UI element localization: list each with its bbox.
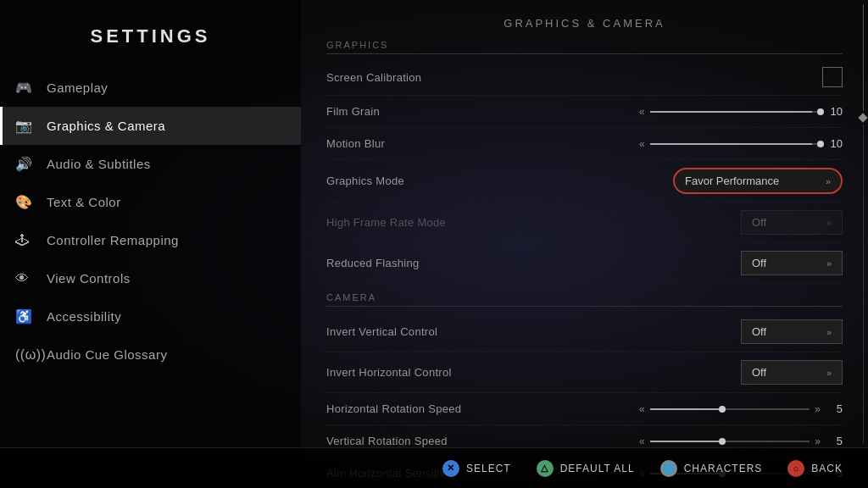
sidebar-item-accessibility[interactable]: ♿ Accessibility bbox=[0, 297, 301, 336]
invert-horizontal-arrow: » bbox=[826, 368, 832, 378]
invert-horizontal-label: Invert Horizontal Control bbox=[326, 366, 741, 379]
invert-horizontal-control[interactable]: Off » bbox=[741, 360, 843, 385]
horizontal-rotation-track bbox=[650, 408, 810, 410]
vertical-rotation-fill bbox=[650, 441, 722, 442]
reduced-flashing-row: Reduced Flashing Off » bbox=[326, 243, 843, 284]
camera-section-label: CAMERA bbox=[326, 292, 843, 307]
sidebar-item-label: Text & Color bbox=[47, 195, 121, 209]
motion-blur-value: 10 bbox=[826, 137, 843, 150]
high-frame-rate-toggle[interactable]: Off » bbox=[741, 210, 843, 235]
view-controls-icon: 👁 bbox=[15, 271, 30, 286]
invert-vertical-control[interactable]: Off » bbox=[741, 319, 843, 344]
triangle-button: △ bbox=[537, 460, 554, 477]
horizontal-rotation-row: Horizontal Rotation Speed « » 5 bbox=[326, 393, 843, 425]
vertical-rotation-slider[interactable]: « » 5 bbox=[639, 435, 843, 447]
default-all-action[interactable]: △ DEFAULT ALL bbox=[537, 460, 635, 477]
invert-vertical-row: Invert Vertical Control Off » bbox=[326, 312, 843, 352]
sidebar: SETTINGS 🎮 Gameplay 📷 Graphics & Camera … bbox=[0, 0, 301, 488]
high-frame-rate-label: High Frame Rate Mode bbox=[326, 216, 741, 229]
invert-horizontal-row: Invert Horizontal Control Off » bbox=[326, 352, 843, 393]
reduced-flashing-arrow: » bbox=[826, 258, 832, 269]
vertical-rotation-arrow-left[interactable]: « bbox=[639, 435, 645, 447]
sidebar-item-audio-cue-glossary[interactable]: ((ω)) Audio Cue Glossary bbox=[0, 336, 301, 374]
scroll-indicator bbox=[858, 0, 868, 447]
invert-vertical-label: Invert Vertical Control bbox=[326, 325, 741, 338]
page-title: GRAPHICS & CAMERA bbox=[326, 13, 843, 30]
reduced-flashing-toggle[interactable]: Off » bbox=[741, 251, 843, 275]
graphics-mode-label: Graphics Mode bbox=[326, 175, 673, 187]
circle-button: ○ bbox=[787, 460, 804, 477]
high-frame-rate-row: High Frame Rate Mode Off » bbox=[326, 202, 843, 243]
back-action[interactable]: ○ BACK bbox=[787, 460, 843, 477]
horizontal-rotation-arrow-left[interactable]: « bbox=[639, 403, 645, 415]
sidebar-item-controller-remapping[interactable]: 🕹 Controller Remapping bbox=[0, 221, 301, 259]
film-grain-slider[interactable]: « 10 bbox=[639, 105, 843, 118]
horizontal-rotation-slider[interactable]: « » 5 bbox=[639, 402, 843, 415]
sidebar-item-label: View Controls bbox=[47, 271, 131, 286]
vertical-rotation-arrow-right[interactable]: » bbox=[815, 435, 821, 447]
vertical-rotation-track bbox=[650, 441, 810, 442]
accessibility-icon: ♿ bbox=[15, 308, 33, 324]
gameplay-icon: 🎮 bbox=[15, 80, 33, 96]
film-grain-value: 10 bbox=[826, 105, 843, 118]
default-all-label: DEFAULT ALL bbox=[560, 463, 635, 474]
vertical-rotation-thumb bbox=[719, 438, 726, 445]
film-grain-label: Film Grain bbox=[326, 105, 639, 118]
select-action[interactable]: ✕ SELECT bbox=[442, 460, 511, 477]
invert-vertical-toggle[interactable]: Off » bbox=[741, 319, 843, 344]
sidebar-item-view-controls[interactable]: 👁 View Controls bbox=[0, 259, 301, 297]
controller-remapping-icon: 🕹 bbox=[15, 233, 30, 248]
film-grain-track bbox=[650, 111, 821, 113]
screen-calibration-control[interactable] bbox=[822, 67, 843, 87]
graphics-mode-arrow: » bbox=[826, 176, 831, 186]
audio-subtitles-icon: 🔊 bbox=[15, 156, 33, 172]
motion-blur-fill bbox=[650, 143, 812, 145]
characters-action[interactable]: 🌐 CHARACTERS bbox=[660, 460, 763, 477]
film-grain-arrow-left[interactable]: « bbox=[639, 106, 645, 118]
text-color-icon: 🎨 bbox=[15, 194, 33, 210]
app-container: SETTINGS 🎮 Gameplay 📷 Graphics & Camera … bbox=[0, 0, 868, 488]
sidebar-item-graphics-camera[interactable]: 📷 Graphics & Camera bbox=[0, 107, 301, 145]
reduced-flashing-label: Reduced Flashing bbox=[326, 257, 741, 269]
graphics-camera-icon: 📷 bbox=[15, 118, 33, 134]
horizontal-rotation-value: 5 bbox=[826, 402, 843, 415]
high-frame-rate-arrow: » bbox=[826, 218, 832, 228]
film-grain-thumb bbox=[817, 108, 824, 115]
sidebar-item-label: Graphics & Camera bbox=[47, 119, 165, 133]
motion-blur-arrow-left[interactable]: « bbox=[639, 138, 645, 150]
back-label: BACK bbox=[811, 463, 843, 474]
vertical-rotation-value: 5 bbox=[826, 435, 843, 447]
motion-blur-label: Motion Blur bbox=[326, 137, 639, 150]
select-label: SELECT bbox=[466, 463, 511, 474]
film-grain-fill bbox=[650, 111, 812, 113]
motion-blur-slider[interactable]: « 10 bbox=[639, 137, 843, 150]
reduced-flashing-control[interactable]: Off » bbox=[741, 251, 843, 275]
bottom-bar: ✕ SELECT △ DEFAULT ALL 🌐 CHARACTERS ○ BA… bbox=[0, 447, 868, 488]
screen-calibration-label: Screen Calibration bbox=[326, 71, 822, 84]
sidebar-item-gameplay[interactable]: 🎮 Gameplay bbox=[0, 69, 301, 107]
sidebar-item-label: Accessibility bbox=[47, 309, 121, 324]
horizontal-rotation-arrow-right[interactable]: » bbox=[815, 403, 821, 415]
invert-vertical-arrow: » bbox=[826, 327, 832, 337]
sidebar-item-label: Audio Cue Glossary bbox=[47, 347, 167, 362]
cross-button: ✕ bbox=[442, 460, 459, 477]
invert-vertical-value: Off bbox=[752, 325, 766, 338]
motion-blur-track bbox=[650, 143, 821, 145]
screen-calibration-row: Screen Calibration bbox=[326, 59, 843, 96]
high-frame-rate-control[interactable]: Off » bbox=[741, 210, 843, 235]
sidebar-title: SETTINGS bbox=[0, 17, 301, 69]
invert-horizontal-toggle[interactable]: Off » bbox=[741, 360, 843, 385]
screen-calibration-checkbox[interactable] bbox=[822, 67, 843, 87]
graphics-mode-row: Graphics Mode Favor Performance » bbox=[326, 160, 843, 202]
characters-label: CHARACTERS bbox=[684, 463, 763, 474]
audio-cue-glossary-icon: ((ω)) bbox=[15, 347, 46, 363]
motion-blur-thumb bbox=[817, 141, 824, 147]
sidebar-item-audio-subtitles[interactable]: 🔊 Audio & Subtitles bbox=[0, 145, 301, 183]
graphics-mode-control[interactable]: Favor Performance » bbox=[673, 168, 843, 194]
graphics-section-label: GRAPHICS bbox=[326, 40, 843, 54]
sidebar-item-label: Controller Remapping bbox=[47, 233, 179, 247]
sidebar-item-text-color[interactable]: 🎨 Text & Color bbox=[0, 183, 301, 221]
horizontal-rotation-label: Horizontal Rotation Speed bbox=[326, 402, 639, 415]
horizontal-rotation-thumb bbox=[719, 406, 726, 413]
graphics-mode-dropdown[interactable]: Favor Performance » bbox=[673, 168, 843, 194]
